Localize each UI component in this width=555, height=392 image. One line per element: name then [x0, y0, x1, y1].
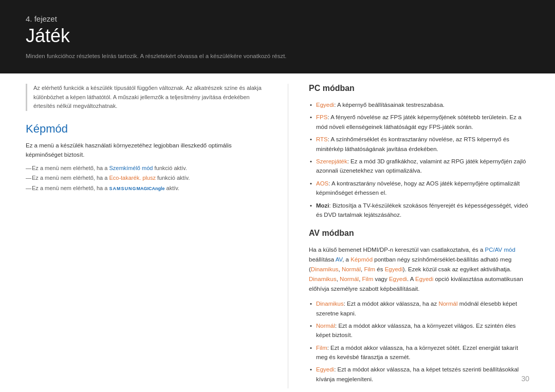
link-av-egyedi: Egyedi	[316, 366, 334, 372]
chapter-label: 4. fejezet	[26, 14, 529, 23]
pc-bullet-fps: FPS: A fényerő növelése az FPS játék kép…	[309, 113, 529, 132]
note2-link: Eco-takarék. plusz	[109, 175, 155, 181]
av-bullet-egyedi: Egyedi: Ezt a módot akkor válassza, ha a…	[309, 365, 529, 384]
pc-bullet-egyedi: Egyedi: A képernyő beállításainak testre…	[309, 100, 529, 109]
note1-link: Szemkímélő mód	[109, 165, 153, 171]
av-bullet-dinamikus: Dinamikus: Ezt a módot akkor válassza, h…	[309, 299, 529, 318]
pc-bullet-list: Egyedi: A képernyő beállításainak testre…	[309, 100, 529, 219]
right-column: PC módban Egyedi: A képernyő beállításai…	[309, 84, 529, 388]
pc-bullet-szerepjatek: Szerepjáték: Ez a mód 3D grafikákhoz, va…	[309, 157, 529, 176]
av-bullet-list: Dinamikus: Ezt a módot akkor válassza, h…	[309, 299, 529, 384]
header-subtitle: Minden funkcióhoz részletes leírás tarto…	[26, 53, 529, 59]
pc-bullet-rts: RTS: A színhőmérséklet és kontrasztarány…	[309, 135, 529, 154]
av-bullet-film: Film: Ezt a módot akkor válassza, ha a k…	[309, 343, 529, 362]
label-mozi: Mozi	[316, 202, 329, 209]
header: 4. fejezet Játék Minden funkcióhoz részl…	[0, 0, 555, 73]
link-egyedi2: Egyedi	[389, 276, 407, 282]
link-din2: Dinamikus	[309, 276, 337, 282]
link-film1: Film	[364, 266, 375, 272]
kepmód-desc: Ez a menü a készülék használati környeze…	[26, 141, 262, 160]
link-aos: AOS	[316, 180, 328, 186]
link-film2: Film	[362, 276, 374, 282]
note1-prefix: Ez a menü nem elérhető, ha a	[32, 165, 109, 171]
note2-prefix: Ez a menü nem elérhető, ha a	[32, 175, 109, 181]
av-desc: Ha a külső bemenet HDMI/DP-n keresztül v…	[309, 245, 529, 294]
link-kepmód: Képmód	[350, 256, 373, 263]
link-pcav: PC/AV mód	[485, 247, 515, 253]
kepmód-section: Képmód Ez a menü a készülék használati k…	[26, 122, 262, 193]
kepmód-title: Képmód	[26, 122, 262, 136]
pc-section: PC módban Egyedi: A képernyő beállításai…	[309, 84, 529, 219]
link-egyedi3: Egyedi	[415, 276, 433, 282]
note3-prefix: Ez a menü nem elérhető, ha a	[32, 185, 109, 191]
link-dinamikus: Dinamikus	[311, 266, 339, 272]
pc-title: PC módban	[309, 84, 529, 95]
pc-bullet-aos: AOS: A kontrasztarány növelése, hogy az …	[309, 179, 529, 198]
link-egyedi: Egyedi	[316, 102, 334, 108]
page-title: Játék	[26, 25, 529, 47]
link-normal1: Normál	[342, 266, 361, 272]
link-nor2: Normál	[340, 276, 359, 282]
left-column: Az elérhető funkciók a készülék típusátó…	[26, 84, 262, 388]
samsung-logo: SAMSUNG	[109, 186, 136, 191]
link-egyedi1: Egyedi	[385, 266, 403, 272]
note2-suffix: funkció aktív.	[156, 175, 190, 181]
notice-text: Az elérhető funkciók a készülék típusátó…	[33, 85, 262, 109]
column-divider	[288, 84, 288, 388]
link-szerepjatek: Szerepjáték	[316, 158, 347, 164]
link-av-film: Film	[316, 345, 327, 351]
link-av-nor: Normál	[438, 301, 457, 307]
magic-angle-text: MAGICAngle	[136, 186, 164, 191]
note1-suffix: funkció aktív.	[153, 165, 187, 171]
note-3: Ez a menü nem elérhető, ha a SAMSUNGMAGI…	[26, 184, 262, 193]
note3-suffix: aktív.	[164, 185, 179, 191]
note-1: Ez a menü nem elérhető, ha a Szemkímélő …	[26, 164, 262, 173]
link-rts: RTS	[316, 136, 328, 142]
av-title: AV módban	[309, 229, 529, 240]
pc-bullet-mozi: Mozi: Biztosítja a TV-készülékek szokáso…	[309, 201, 529, 220]
link-av-normal: Normál	[316, 323, 335, 329]
notice-box: Az elérhető funkciók a készülék típusátó…	[26, 84, 262, 111]
link-fps: FPS	[316, 114, 327, 120]
note-2: Ez a menü nem elérhető, ha a Eco-takarék…	[26, 174, 262, 183]
page-number: 30	[521, 375, 529, 383]
av-bullet-normal: Normál: Ezt a módot akkor válassza, ha a…	[309, 321, 529, 340]
link-av-din: Dinamikus	[316, 301, 344, 307]
av-section: AV módban Ha a külső bemenet HDMI/DP-n k…	[309, 229, 529, 384]
link-av: AV	[336, 256, 342, 263]
